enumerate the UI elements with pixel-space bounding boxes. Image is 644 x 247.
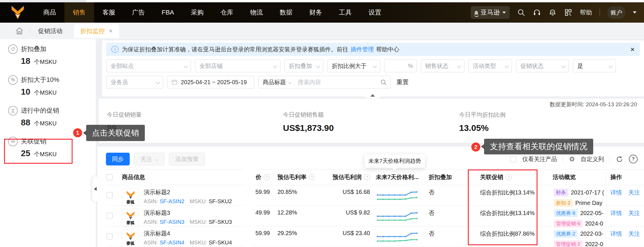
nav-item-fba[interactable]: FBA xyxy=(153,2,183,23)
sync-button[interactable]: 同步 xyxy=(106,153,130,165)
follow-link[interactable]: 关注 xyxy=(628,230,640,237)
annotation-tooltip: 点击关联促销 xyxy=(86,125,145,141)
nav-item-tools[interactable]: 工具 xyxy=(331,2,360,23)
account-button[interactable]: 账户 xyxy=(607,6,625,19)
price-cell: 59.99 xyxy=(254,226,270,247)
stat-card-discount-stack[interactable]: 折扣叠加 18个MSKU xyxy=(8,44,96,66)
chevron-down-icon xyxy=(156,80,160,84)
ratio-operator-select[interactable]: 折扣比例大于 xyxy=(327,60,380,72)
chevron-down-icon xyxy=(155,157,159,161)
help-icon[interactable]: ? xyxy=(629,155,638,163)
nav-item-products[interactable]: 商品 xyxy=(35,2,64,23)
nav-item-logistics[interactable]: 物流 xyxy=(242,2,271,23)
stat-card-active-promos[interactable]: 进行中的促销 88个MSKU xyxy=(8,105,96,127)
follow-button[interactable]: 关注 xyxy=(134,153,165,165)
search-type-select[interactable]: 商品标题 xyxy=(259,78,294,86)
apps-grid-icon[interactable] xyxy=(564,8,572,17)
help-icon[interactable]: ? xyxy=(309,174,315,180)
follow-link[interactable]: 关注 xyxy=(628,189,640,196)
table-row: 赛狐 演示标题2 ASIN: SF-ASIN2MSKU: SF-SKU2 59.… xyxy=(106,185,644,206)
stat-value: 18 xyxy=(21,56,30,66)
marketplace-selector[interactable]: a 亚马逊 xyxy=(471,6,510,19)
collapse-filters-tab[interactable] xyxy=(365,92,381,98)
product-title[interactable]: 演示标题2 xyxy=(144,189,232,196)
nav-item-settings[interactable]: 设置 xyxy=(360,2,390,23)
product-title[interactable]: 演示标题4 xyxy=(144,230,232,237)
search-icon[interactable] xyxy=(377,79,390,86)
headset-icon[interactable] xyxy=(533,8,541,17)
select-all-checkbox[interactable] xyxy=(107,174,113,180)
detail-link[interactable]: 详情 xyxy=(610,189,622,196)
reset-button[interactable]: 重置 xyxy=(396,78,409,86)
tab-discount-monitor[interactable]: 折扣监控 × xyxy=(74,24,119,38)
asin-link[interactable]: SF-ASIN3 xyxy=(160,219,185,225)
nav-item-purchase[interactable]: 采购 xyxy=(183,2,212,23)
fox-logo-icon[interactable] xyxy=(10,5,25,20)
help-center-link[interactable]: 帮助中心 xyxy=(376,46,399,53)
help-icon[interactable]: ? xyxy=(364,174,370,180)
chevron-down-icon xyxy=(457,64,461,68)
close-notice-icon[interactable]: × xyxy=(630,45,635,54)
search-combo: 商品标题 搜索内容 xyxy=(258,76,391,89)
account-chevron-icon[interactable] xyxy=(633,11,636,14)
close-tab-icon[interactable]: × xyxy=(109,28,113,34)
nav-item-data[interactable]: 数据 xyxy=(271,2,301,23)
shop-select[interactable]: 全部店铺 xyxy=(195,60,280,72)
nav-item-finance[interactable]: 财务 xyxy=(301,2,331,23)
refresh-icon[interactable] xyxy=(616,156,623,163)
activity-date: 2022-05- xyxy=(580,210,603,217)
notification-bell-icon[interactable] xyxy=(549,8,557,17)
row-checkbox[interactable] xyxy=(107,192,113,198)
asin-link[interactable]: SF-ASIN2 xyxy=(160,198,185,204)
confirm-select[interactable]: 是 xyxy=(573,60,616,72)
stat-card-discount-gt10[interactable]: % 折扣大于10% 10个MSKU xyxy=(8,75,96,97)
promo-status-select[interactable]: 促销状态 xyxy=(516,60,569,72)
follow-link[interactable]: 关注 xyxy=(628,210,640,216)
custom-columns-button[interactable]: 自定义列 xyxy=(581,155,604,163)
activity-cell: 优惠券·82022-05- 管理促销·62024-0 xyxy=(537,206,606,226)
only-followed-label[interactable]: 仅看关注产品 xyxy=(522,155,557,163)
help-link[interactable]: 帮助 xyxy=(580,8,592,17)
chevron-down-icon xyxy=(609,64,613,68)
search-input[interactable]: 搜索内容 xyxy=(294,78,377,86)
help-icon[interactable]: ? xyxy=(264,174,270,180)
discount-stack-select[interactable]: 折扣叠加 xyxy=(284,60,323,72)
add-alert-button[interactable]: 添加预警 xyxy=(169,153,205,165)
tab-promotions[interactable]: 促销活动 xyxy=(38,27,62,35)
detail-link[interactable]: 详情 xyxy=(610,230,622,237)
today-stats-panel: 数据更新时间: 2024-05-13 20:26:20 今日促销销量 99 今日… xyxy=(99,99,644,143)
product-title[interactable]: 演示标题3 xyxy=(144,209,232,216)
nav-item-ads[interactable]: 广告 xyxy=(124,2,153,23)
stat-value: 10 xyxy=(21,87,30,97)
row-checkbox[interactable] xyxy=(107,213,113,219)
amazon-icon: a xyxy=(475,10,478,15)
chevron-left-icon xyxy=(94,187,97,191)
nav-item-service[interactable]: 客服 xyxy=(94,2,124,23)
ratio-value-input[interactable]: % xyxy=(384,60,417,72)
salesman-select[interactable]: 业务员 xyxy=(106,76,163,89)
activity-type-select[interactable]: 活动类型 xyxy=(468,60,512,72)
only-followed-checkbox[interactable] xyxy=(510,156,516,162)
site-select[interactable]: 全部站点 xyxy=(106,60,191,72)
tag-icon xyxy=(8,44,18,54)
activity-date: 2024-0 xyxy=(585,220,603,227)
annotation-highlight-box-linked-column xyxy=(468,170,537,245)
search-icon[interactable] xyxy=(517,8,525,17)
detail-link[interactable]: 详情 xyxy=(610,210,622,216)
filter-panel: i 为保证折扣叠加计算准确，请在亚马逊后台登录的常用浏览器安装并登录赛狐插件。前… xyxy=(102,40,644,96)
stat-unit: 个MSKU xyxy=(34,89,57,97)
plugin-manager-link[interactable]: 插件管理 xyxy=(351,46,374,53)
row-checkbox[interactable] xyxy=(107,233,113,239)
nav-item-sales[interactable]: 销售 xyxy=(64,2,94,23)
percent-suffix: % xyxy=(408,63,413,69)
nav-item-warehouse[interactable]: 仓库 xyxy=(212,2,242,23)
home-icon[interactable] xyxy=(15,27,24,35)
column-gap xyxy=(245,169,254,185)
column-price-trend: 未来7天价格利... xyxy=(370,169,422,185)
asin-link[interactable]: SF-ASIN4 xyxy=(160,239,185,246)
collapse-sidebar-handle[interactable] xyxy=(92,176,98,201)
stack-cell: 否 xyxy=(422,185,468,206)
msku-value: SF-SKU3 xyxy=(209,219,232,225)
date-range-picker[interactable]: 2025-04-21 ~ 2025-05-19 xyxy=(167,76,254,89)
sales-status-select[interactable]: 销售状态 xyxy=(421,60,464,72)
